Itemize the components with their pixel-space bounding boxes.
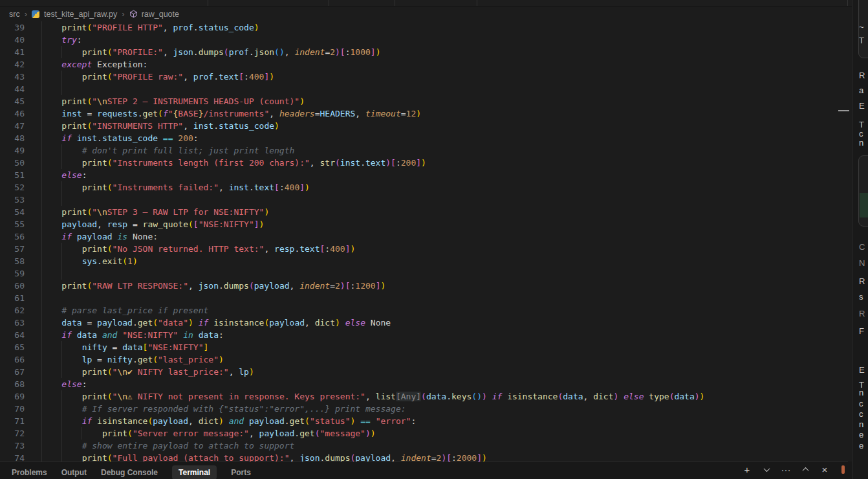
line-number[interactable]: 65 <box>0 341 25 353</box>
line-number[interactable]: 49 <box>0 144 25 157</box>
code-line-content[interactable]: # If server responded with {"status":"er… <box>41 403 406 415</box>
line-number[interactable]: 72 <box>0 427 25 440</box>
code-line[interactable]: 59 <box>0 267 852 280</box>
code-line-content[interactable]: # don't print full list; just print leng… <box>41 144 294 157</box>
code-line-content[interactable]: print("PROFILE HTTP", prof.status_code) <box>41 21 259 34</box>
code-line-content[interactable]: print("No JSON returned. HTTP text:", re… <box>41 243 355 255</box>
code-line-content[interactable]: else: <box>41 169 87 181</box>
code-line-content[interactable]: if inst.status_code == 200: <box>41 132 199 144</box>
breadcrumb-item[interactable]: raw_quote <box>142 10 179 19</box>
line-number[interactable]: 74 <box>0 452 25 462</box>
code-line-content[interactable]: print("\n⚠ NIFTY not present in response… <box>41 390 704 403</box>
code-line[interactable]: 62 # parse last_price if present <box>0 304 852 317</box>
code-line-content[interactable]: if data and "NSE:NIFTY" in data: <box>41 329 224 341</box>
code-line[interactable]: 49 # don't print full list; just print l… <box>0 144 852 157</box>
line-number[interactable]: 54 <box>0 206 25 218</box>
code-line-content[interactable]: if isinstance(payload, dict) and payload… <box>41 415 416 427</box>
code-line[interactable]: 74 print("Full payload (attach to suppor… <box>0 452 852 462</box>
line-number[interactable]: 62 <box>0 304 25 317</box>
line-number[interactable]: 73 <box>0 440 25 452</box>
line-number[interactable]: 71 <box>0 415 25 427</box>
line-number[interactable]: 47 <box>0 120 25 132</box>
code-line[interactable]: 67 print("\n✔ NIFTY last_price:", lp) <box>0 366 852 378</box>
line-number[interactable]: 48 <box>0 132 25 144</box>
code-line-content[interactable]: print("\n✔ NIFTY last_price:", lp) <box>41 366 254 378</box>
code-line-content[interactable]: data = payload.get("data") if isinstance… <box>41 317 391 329</box>
line-number[interactable]: 60 <box>0 280 25 292</box>
code-line[interactable]: 63 data = payload.get("data") if isinsta… <box>0 317 852 329</box>
panel-tab-debug-console[interactable]: Debug Console <box>101 465 158 479</box>
code-area[interactable]: 39 print("PROFILE HTTP", prof.status_cod… <box>0 21 852 462</box>
panel-tab-terminal[interactable]: Terminal <box>172 465 217 479</box>
code-line[interactable]: 50 print("Instruments length (first 200 … <box>0 157 852 169</box>
line-number[interactable]: 50 <box>0 157 25 169</box>
code-line-content[interactable]: if payload is None: <box>41 230 158 243</box>
maximize-panel-icon[interactable] <box>800 464 810 474</box>
code-line[interactable]: 66 lp = nifty.get("last_price") <box>0 353 852 366</box>
code-line[interactable]: 68 else: <box>0 378 852 390</box>
code-editor[interactable]: 39 print("PROFILE HTTP", prof.status_cod… <box>0 21 852 462</box>
code-line[interactable]: 41 print("PROFILE:", json.dumps(prof.jso… <box>0 46 852 58</box>
code-line-content[interactable]: print("PROFILE:", json.dumps(prof.json()… <box>41 46 380 58</box>
code-line-content[interactable]: # parse last_price if present <box>41 304 208 317</box>
line-number[interactable]: 39 <box>0 21 25 34</box>
code-line[interactable]: 61 <box>0 292 852 304</box>
more-actions-icon[interactable]: ··· <box>781 464 791 474</box>
code-line-content[interactable]: # show entire payload to attach to suppo… <box>41 440 294 452</box>
panel-tab-ports[interactable]: Ports <box>231 465 251 479</box>
code-line-content[interactable]: print("Instruments failed:", inst.text[:… <box>41 181 310 194</box>
line-number[interactable]: 51 <box>0 169 25 181</box>
code-line-content[interactable]: print("RAW LTP RESPONSE:", json.dumps(pa… <box>41 280 385 292</box>
line-number[interactable]: 69 <box>0 390 25 403</box>
code-line-content[interactable]: try: <box>41 34 82 46</box>
line-number[interactable]: 63 <box>0 317 25 329</box>
line-number[interactable]: 61 <box>0 292 25 304</box>
code-line[interactable]: 58 sys.exit(1) <box>0 255 852 267</box>
line-number[interactable]: 66 <box>0 353 25 366</box>
launch-profile-chevron-icon[interactable] <box>761 464 772 474</box>
code-line-content[interactable]: except Exception: <box>41 58 147 71</box>
line-number[interactable]: 42 <box>0 58 25 71</box>
code-line[interactable]: 39 print("PROFILE HTTP", prof.status_cod… <box>0 21 852 34</box>
code-line[interactable]: 47 print("INSTRUMENTS HTTP", inst.status… <box>0 120 852 132</box>
code-line[interactable]: 70 # If server responded with {"status":… <box>0 403 852 415</box>
code-line[interactable]: 45 print("\nSTEP 2 — INSTRUMENTS HEADS-U… <box>0 95 852 107</box>
code-line[interactable]: 57 print("No JSON returned. HTTP text:",… <box>0 243 852 255</box>
code-line-content[interactable]: sys.exit(1) <box>41 255 138 267</box>
code-line-content[interactable]: lp = nifty.get("last_price") <box>41 353 224 366</box>
line-number[interactable]: 41 <box>0 46 25 58</box>
line-number[interactable]: 46 <box>0 107 25 120</box>
code-line[interactable]: 51 else: <box>0 169 852 181</box>
code-line-content[interactable]: nifty = data["NSE:NIFTY"] <box>41 341 208 353</box>
code-line[interactable]: 43 print("PROFILE raw:", prof.text[:400]… <box>0 71 852 83</box>
breadcrumb-item[interactable]: test_kite_api_raw.py <box>44 10 117 19</box>
line-number[interactable]: 58 <box>0 255 25 267</box>
line-number[interactable]: 57 <box>0 243 25 255</box>
code-line-content[interactable]: inst = requests.get(f"{BASE}/instruments… <box>41 107 421 120</box>
code-line-content[interactable]: print("Instruments length (first 200 cha… <box>41 157 426 169</box>
code-line[interactable]: 48 if inst.status_code == 200: <box>0 132 852 144</box>
code-line[interactable]: 40 try: <box>0 34 852 46</box>
code-line[interactable]: 55 payload, resp = raw_quote(["NSE:NIFTY… <box>0 218 852 230</box>
line-number[interactable]: 70 <box>0 403 25 415</box>
panel-tab-output[interactable]: Output <box>61 465 87 479</box>
code-line-content[interactable]: print("\nSTEP 3 — RAW LTP for NSE:NIFTY"… <box>41 206 269 218</box>
code-line[interactable]: 56 if payload is None: <box>0 230 852 243</box>
line-number[interactable]: 43 <box>0 71 25 83</box>
line-number[interactable]: 53 <box>0 194 25 206</box>
breadcrumb-item[interactable]: src <box>9 10 20 19</box>
new-terminal-icon[interactable]: + <box>742 464 752 474</box>
code-line[interactable]: 52 print("Instruments failed:", inst.tex… <box>0 181 852 194</box>
line-number[interactable]: 56 <box>0 230 25 243</box>
code-line[interactable]: 53 <box>0 194 852 206</box>
code-line[interactable]: 73 # show entire payload to attach to su… <box>0 440 852 452</box>
code-line[interactable]: 46 inst = requests.get(f"{BASE}/instrume… <box>0 107 852 120</box>
code-line-content[interactable]: print("Server error message:", payload.g… <box>41 427 376 440</box>
line-number[interactable]: 44 <box>0 83 25 95</box>
code-line[interactable]: 54 print("\nSTEP 3 — RAW LTP for NSE:NIF… <box>0 206 852 218</box>
panel-tab-problems[interactable]: Problems <box>12 465 47 479</box>
code-line-content[interactable]: print("PROFILE raw:", prof.text[:400]) <box>41 71 274 83</box>
code-line-content[interactable]: print("\nSTEP 2 — INSTRUMENTS HEADS-UP (… <box>41 95 305 107</box>
line-number[interactable]: 59 <box>0 267 25 280</box>
close-panel-icon[interactable]: × <box>819 464 830 474</box>
